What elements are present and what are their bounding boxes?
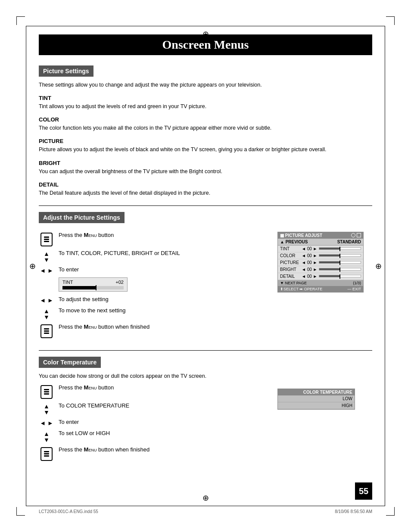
crosshair-right: ⊕ (375, 261, 382, 271)
ct-updown-arrows-1: ▲▼ (44, 403, 50, 415)
pa-bar-detail (319, 275, 361, 277)
ct-step-updown-2: ▲▼ To set LOW or HIGH (39, 430, 269, 443)
pa-row-color: COLOR ◄ 00 ► (278, 252, 363, 259)
menu-remote-icon-2 (40, 324, 53, 338)
text-tint: Tint allows you to adjust the levels of … (39, 103, 372, 110)
pa-thumb-color (339, 254, 340, 258)
picture-adjust-screen: ▦ PICTURE ADJUST ▲ PREVIOUS STANDARD TIN… (277, 232, 364, 292)
pa-label-color: COLOR (280, 253, 302, 258)
heading-color: COLOR (39, 116, 372, 123)
pa-bar-fill-color (319, 255, 340, 256)
ct-step-updown-1: ▲▼ To COLOR TEMPERATURE (39, 402, 269, 415)
pa-bar-picture (319, 261, 361, 264)
pa-label-picture: PICTURE (280, 260, 302, 265)
pa-row-tint: TINT ◄ 00 ► (278, 246, 363, 252)
leftright-arrows-1: ◄ ► (40, 267, 53, 274)
step-leftright-1: ◄ ► To enter (39, 266, 269, 274)
step-4-text: To adjust the setting (59, 296, 109, 302)
pa-next-page: ▼ NEXT PAGE (280, 281, 307, 285)
step-5-text: To move to the next setting (59, 307, 125, 314)
color-temp-adjust: Press the Menu button ▲▼ To COLOR TEMPER… (39, 384, 372, 464)
pa-header: ▦ PICTURE ADJUST (278, 232, 363, 239)
ct-menu-icon-bar-2 (44, 453, 49, 454)
section-header-adjust: Adjust the Picture Settings (39, 212, 125, 223)
tint-demo-label: TINT +02 (62, 280, 124, 285)
ct-step-leftright: ◄ ► To enter (39, 419, 269, 426)
updown-arrows-1: ▲▼ (44, 251, 50, 263)
pa-label-bright: BRIGHT (280, 267, 302, 272)
step-3-text: To enter (59, 266, 79, 273)
step-updown-2: ▲▼ To move to the next setting (39, 307, 269, 320)
pa-value-tint: ◄ 00 ► (302, 246, 319, 251)
ct-menu-icon-bar (44, 391, 49, 392)
tint-label: TINT (62, 280, 73, 285)
heading-detail: DETAIL (39, 181, 372, 188)
divider-2 (39, 350, 372, 351)
updown-icon-cell-1: ▲▼ (39, 251, 54, 263)
pa-page-num: (1/3) (353, 281, 361, 285)
corner-mark-br (386, 507, 395, 516)
color-temp-intro: You can decide how strong or dull the co… (39, 372, 372, 380)
pa-value-bright: ◄ 00 ► (302, 267, 319, 272)
ct-step-menu-1: Press the Menu button (39, 384, 269, 399)
section-header-picture-settings: Picture Settings (39, 65, 93, 77)
crosshair-bottom: ⊕ (202, 493, 209, 503)
adjust-steps-left: Press the Menu button ▲▼ To TINT, COLOR,… (39, 232, 269, 342)
ct-menu-icon-cell-1 (39, 385, 54, 399)
step-press-menu: Press the Menu button (39, 232, 269, 246)
pa-label-detail: DETAIL (280, 274, 302, 279)
divider-1 (39, 205, 372, 206)
pa-header-icons (351, 233, 361, 237)
text-bright: You can adjust the overall brightness of… (39, 168, 372, 175)
color-temp-steps: Press the Menu button ▲▼ To COLOR TEMPER… (39, 384, 269, 464)
corner-mark-bl (16, 507, 25, 516)
page-border-bottom (26, 506, 385, 506)
pa-row-picture: PICTURE ◄ 00 ► (278, 259, 363, 266)
pa-row-detail: DETAIL ◄ 00 ► (278, 273, 363, 280)
pa-label-tint: TINT (280, 246, 302, 251)
section-picture-settings: Picture Settings These settings allow yo… (39, 65, 372, 197)
pa-bar-tint (319, 247, 361, 250)
ct-screen-title: COLOR TEMPERATURE (278, 389, 355, 395)
adjust-screen-right: ▦ PICTURE ADJUST ▲ PREVIOUS STANDARD TIN… (277, 232, 372, 342)
pa-icon-circle (351, 233, 355, 237)
pa-value-color: ◄ 00 ► (302, 253, 319, 258)
leftright-icon-cell-2: ◄ ► (39, 297, 54, 304)
ct-leftright-arrows: ◄ ► (40, 420, 53, 426)
tint-slider (62, 286, 124, 289)
footer-right: 8/10/06 8:56:50 AM (335, 509, 372, 514)
tint-slider-thumb (96, 285, 97, 290)
pa-value-picture: ◄ 00 ► (302, 260, 319, 265)
pa-bar-fill-detail (319, 275, 340, 277)
pa-thumb-bright (339, 268, 340, 272)
text-color: The color function lets you make all the… (39, 124, 372, 132)
section-header-color-temp: Color Temperature (39, 357, 101, 368)
pa-icon-square (357, 233, 361, 237)
pa-bar-fill-picture (319, 261, 340, 263)
pa-footer2: ⬆SELECT ➡ OPERATE — EXIT (278, 286, 363, 292)
tint-demo-box: TINT +02 (59, 277, 269, 292)
page-footer: LCT2063-001C-A ENG.indd 55 8/10/06 8:56:… (39, 509, 372, 514)
ct-updown-icon-2: ▲▼ (39, 431, 54, 443)
pa-thumb-detail (339, 274, 340, 279)
ct-menu-icon-cell-2 (39, 447, 54, 461)
color-temp-screen: COLOR TEMPERATURE LOW HIGH (277, 389, 355, 410)
pa-thumb-tint (339, 247, 340, 251)
step-press-menu-2: Press the Menu button when finished (39, 324, 269, 338)
page-border-right (385, 26, 385, 506)
ct-option-low: LOW (278, 395, 355, 402)
pa-mode: STANDARD (337, 240, 361, 244)
pa-value-detail: ◄ 00 ► (302, 274, 319, 279)
tint-slider-fill (62, 286, 96, 289)
heading-picture: PICTURE (39, 138, 372, 144)
ct-step-5-text: Press the Menu button when finished (59, 446, 149, 453)
menu-icon-bar (44, 239, 49, 240)
ct-leftright-icon: ◄ ► (39, 420, 54, 426)
pa-bar-bright (319, 268, 361, 271)
picture-settings-intro: These settings allow you to change and a… (39, 81, 372, 89)
pa-bar-fill-bright (319, 268, 340, 270)
ct-menu-remote-icon-1 (40, 385, 53, 399)
pa-thumb-picture (339, 261, 340, 265)
heading-tint: TINT (39, 95, 372, 101)
pa-footer-right: — EXIT (347, 287, 361, 291)
